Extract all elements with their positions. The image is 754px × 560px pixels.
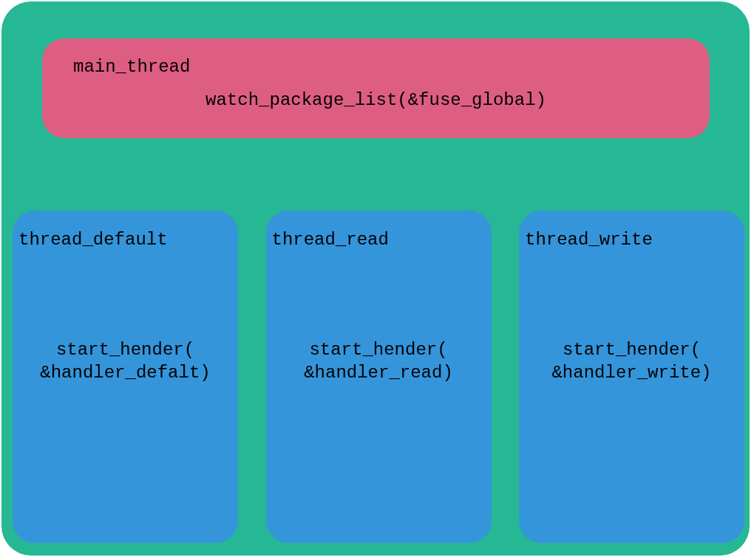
main-thread-title: main_thread <box>73 57 687 77</box>
thread-write-call-line1: start_hender( <box>563 340 701 360</box>
thread-write-call: start_hender( &handler_write) <box>519 338 744 384</box>
thread-write-call-line2: &handler_write) <box>551 363 711 383</box>
thread-default-title: thread_default <box>18 230 238 250</box>
thread-write-box: thread_write start_hender( &handler_writ… <box>519 211 744 543</box>
thread-default-call-line1: start_hender( <box>56 340 194 360</box>
thread-read-call-line2: &handler_read) <box>304 363 453 383</box>
thread-read-call: start_hender( &handler_read) <box>266 338 492 384</box>
thread-default-call-line2: &handler_defalt) <box>40 363 210 383</box>
thread-default-call: start_hender( &handler_defalt) <box>13 338 238 384</box>
main-thread-call: watch_package_list(&fuse_global) <box>64 90 687 110</box>
thread-default-box: thread_default start_hender( &handler_de… <box>13 211 238 543</box>
thread-write-title: thread_write <box>525 230 744 250</box>
thread-read-call-line1: start_hender( <box>309 340 447 360</box>
diagram-container: main_thread watch_package_list(&fuse_glo… <box>1 1 750 556</box>
thread-read-title: thread_read <box>272 230 492 250</box>
thread-read-box: thread_read start_hender( &handler_read) <box>266 211 492 543</box>
threads-row: thread_default start_hender( &handler_de… <box>13 211 744 543</box>
main-thread-box: main_thread watch_package_list(&fuse_glo… <box>42 38 710 138</box>
